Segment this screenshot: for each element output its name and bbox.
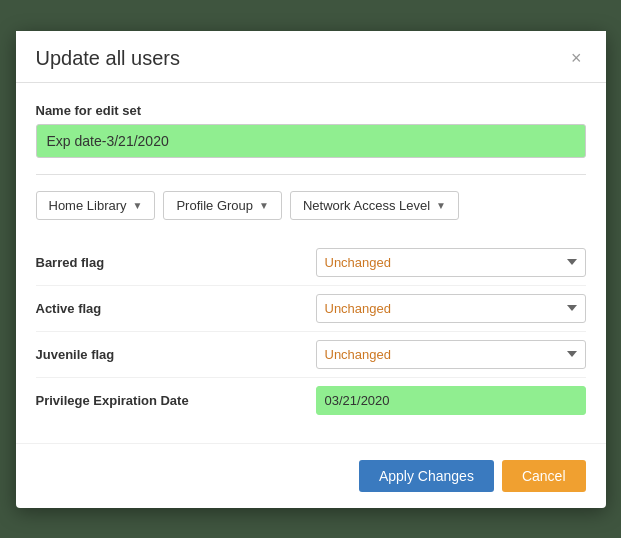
home-library-button[interactable]: Home Library ▼ [36, 191, 156, 220]
network-access-button[interactable]: Network Access Level ▼ [290, 191, 459, 220]
modal-close-button[interactable]: × [567, 49, 586, 67]
active-flag-select[interactable]: Unchanged [316, 294, 586, 323]
filter-button-group: Home Library ▼ Profile Group ▼ Network A… [36, 191, 586, 220]
name-for-edit-set-input[interactable] [36, 124, 586, 158]
privilege-expiration-row: Privilege Expiration Date [36, 378, 586, 423]
modal-body: Name for edit set Home Library ▼ Profile… [16, 83, 606, 443]
active-flag-row: Active flag Unchanged [36, 286, 586, 332]
divider-1 [36, 174, 586, 175]
active-flag-label: Active flag [36, 301, 316, 316]
barred-flag-label: Barred flag [36, 255, 316, 270]
modal-title: Update all users [36, 47, 181, 70]
apply-changes-button[interactable]: Apply Changes [359, 460, 494, 492]
update-users-modal: Update all users × Name for edit set Hom… [16, 31, 606, 508]
modal-overlay: Update all users × Name for edit set Hom… [0, 0, 621, 538]
juvenile-flag-label: Juvenile flag [36, 347, 316, 362]
flags-table: Barred flag Unchanged Active flag Unchan… [36, 240, 586, 423]
modal-footer: Apply Changes Cancel [16, 443, 606, 508]
profile-group-caret-icon: ▼ [259, 200, 269, 211]
juvenile-flag-row: Juvenile flag Unchanged [36, 332, 586, 378]
privilege-expiration-input[interactable] [316, 386, 586, 415]
profile-group-button[interactable]: Profile Group ▼ [163, 191, 282, 220]
juvenile-flag-select[interactable]: Unchanged [316, 340, 586, 369]
network-access-caret-icon: ▼ [436, 200, 446, 211]
modal-header: Update all users × [16, 31, 606, 83]
barred-flag-select[interactable]: Unchanged [316, 248, 586, 277]
barred-flag-row: Barred flag Unchanged [36, 240, 586, 286]
name-for-edit-set-group: Name for edit set [36, 103, 586, 158]
privilege-expiration-label: Privilege Expiration Date [36, 393, 316, 408]
cancel-button[interactable]: Cancel [502, 460, 586, 492]
name-for-edit-set-label: Name for edit set [36, 103, 586, 118]
home-library-caret-icon: ▼ [133, 200, 143, 211]
